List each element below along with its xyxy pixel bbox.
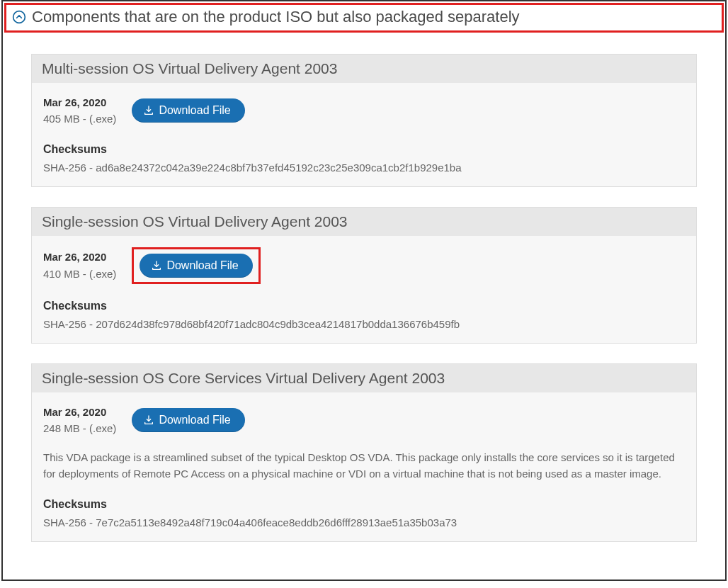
checksums-heading: Checksums (43, 300, 685, 312)
section-title: Components that are on the product ISO b… (32, 8, 520, 26)
download-button[interactable]: Download File (132, 408, 244, 432)
download-button-wrap: Download File (132, 98, 244, 123)
page-frame: Components that are on the product ISO b… (1, 0, 727, 581)
meta-col: Mar 26, 2020 248 MB - (.exe) (43, 404, 116, 437)
download-icon (143, 414, 154, 426)
card-list: Multi-session OS Virtual Delivery Agent … (3, 54, 725, 579)
checksum-value: SHA-256 - 7e7c2a5113e8492a48f719c04a406f… (43, 516, 685, 528)
download-button-label: Download File (166, 259, 238, 272)
svg-point-0 (13, 11, 25, 23)
download-button[interactable]: Download File (140, 254, 252, 278)
card-body: Mar 26, 2020 410 MB - (.exe) Download Fi… (32, 236, 696, 343)
meta-row: Mar 26, 2020 410 MB - (.exe) Download Fi… (43, 247, 685, 284)
card-body: Mar 26, 2020 248 MB - (.exe) Download Fi… (32, 392, 696, 541)
card-title: Single-session OS Virtual Delivery Agent… (32, 208, 696, 236)
card-body: Mar 26, 2020 405 MB - (.exe) Download Fi… (32, 83, 696, 186)
release-date: Mar 26, 2020 (43, 249, 116, 265)
card-description: This VDA package is a streamlined subset… (43, 449, 685, 482)
checksums-heading: Checksums (43, 143, 685, 156)
meta-col: Mar 26, 2020 410 MB - (.exe) (43, 249, 116, 282)
download-card: Single-session OS Virtual Delivery Agent… (31, 207, 697, 344)
download-button-label: Download File (159, 104, 230, 117)
card-title: Single-session OS Core Services Virtual … (32, 364, 696, 392)
download-icon (151, 260, 162, 271)
file-size: 248 MB - (.exe) (43, 420, 116, 436)
checksum-value: SHA-256 - 207d624d38fc978d68bf420f71adc8… (43, 318, 685, 330)
release-date: Mar 26, 2020 (43, 94, 116, 111)
file-size: 405 MB - (.exe) (43, 111, 116, 127)
checksum-value: SHA-256 - ad6a8e24372c042a39e224c8bf7b37… (43, 162, 685, 174)
meta-row: Mar 26, 2020 248 MB - (.exe) Download Fi… (43, 404, 685, 437)
download-icon (143, 105, 154, 116)
card-title: Multi-session OS Virtual Delivery Agent … (32, 55, 696, 83)
download-card: Single-session OS Core Services Virtual … (31, 363, 697, 542)
chevron-up-circle-icon (12, 10, 26, 24)
file-size: 410 MB - (.exe) (43, 266, 116, 282)
meta-row: Mar 26, 2020 405 MB - (.exe) Download Fi… (43, 94, 685, 128)
download-button-wrap: Download File (132, 408, 244, 432)
release-date: Mar 26, 2020 (43, 404, 116, 420)
download-button-wrap-highlighted: Download File (132, 247, 260, 284)
download-card: Multi-session OS Virtual Delivery Agent … (31, 54, 697, 187)
download-button[interactable]: Download File (132, 98, 244, 123)
section-header[interactable]: Components that are on the product ISO b… (4, 3, 724, 33)
meta-col: Mar 26, 2020 405 MB - (.exe) (43, 94, 116, 128)
download-button-label: Download File (159, 414, 230, 426)
checksums-heading: Checksums (43, 498, 685, 511)
